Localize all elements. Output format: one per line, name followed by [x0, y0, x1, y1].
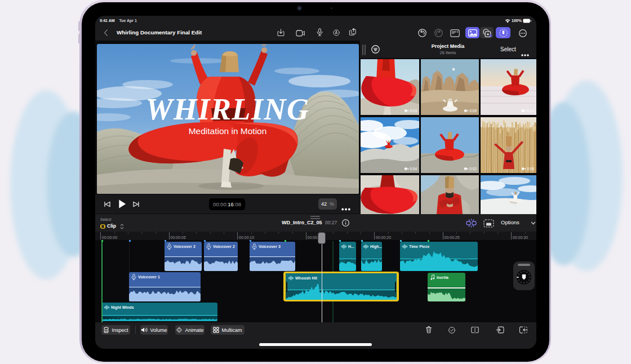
svg-text:Meditation in Motion: Meditation in Motion: [189, 126, 267, 136]
svg-text:WHIRLING: WHIRLING: [145, 92, 309, 126]
